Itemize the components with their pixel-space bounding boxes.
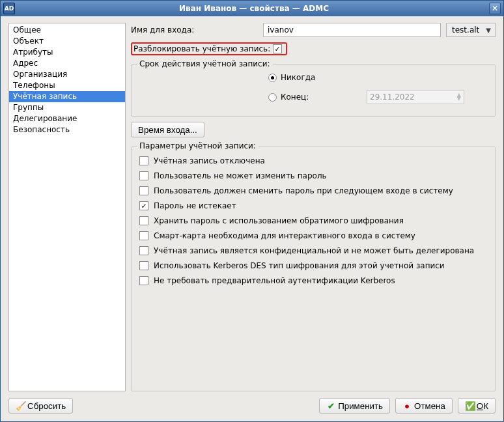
account-option-checkbox[interactable] (139, 246, 148, 255)
account-option-row: Использовать Kerberos DES тип шифрования… (139, 261, 487, 270)
account-option-checkbox[interactable] (139, 201, 148, 210)
domain-combo-value: test.alt (452, 25, 479, 35)
account-options-legend: Параметры учётной записи: (137, 141, 259, 150)
expiry-end-radio[interactable] (268, 93, 277, 102)
expiry-legend: Срок действия учётной записи: (137, 59, 273, 68)
login-label: Имя для входа: (131, 25, 258, 35)
broom-icon: 🧹 (16, 401, 25, 410)
ok-button[interactable]: ✅ OК (458, 398, 496, 414)
main-row: ОбщееОбъектАтрибутыАдресОрганизацияТелеф… (8, 23, 496, 391)
login-row: Имя для входа: test.alt ▼ (131, 23, 496, 37)
expiry-never-radio[interactable] (268, 74, 277, 82)
account-tab-content: Имя для входа: test.alt ▼ Разблокировать… (131, 23, 496, 391)
account-option-row: Пользователь не может изменить пароль (139, 171, 487, 180)
date-spinner-icon: ▲▼ (457, 93, 461, 101)
tab-атрибуты[interactable]: Атрибуты (9, 47, 125, 58)
logon-times-button-label: Время входа... (138, 125, 197, 135)
button-bar: 🧹 Сбросить ✔ Применить ● Отмена ✅ OК (8, 398, 496, 414)
apply-button[interactable]: ✔ Применить (319, 398, 390, 414)
tab-адрес[interactable]: Адрес (9, 58, 125, 69)
account-options-group: Параметры учётной записи: Учётная запись… (131, 147, 496, 391)
logon-times-row: Время входа... (131, 122, 496, 137)
logon-times-button[interactable]: Время входа... (131, 122, 204, 137)
check-icon: ✔ (326, 401, 335, 410)
expiry-group: Срок действия учётной записи: Никогда Ко… (131, 64, 496, 117)
account-option-checkbox[interactable] (139, 216, 148, 225)
account-option-label: Хранить пароль с использованием обратимо… (154, 216, 404, 225)
ok-button-label: OК (477, 401, 488, 411)
dialog-body: ОбщееОбъектАтрибутыАдресОрганизацияТелеф… (1, 16, 503, 421)
close-icon[interactable]: ✕ (489, 3, 501, 14)
tab-группы[interactable]: Группы (9, 102, 125, 113)
reset-button-label: Сбросить (27, 401, 66, 411)
account-option-row: Хранить пароль с использованием обратимо… (139, 216, 487, 225)
cancel-button-label: Отмена (414, 401, 445, 411)
account-option-row: Смарт-карта необходима для интерактивног… (139, 231, 487, 240)
chevron-down-icon: ▼ (486, 27, 491, 34)
account-option-checkbox[interactable] (139, 276, 148, 285)
account-option-label: Пароль не истекает (154, 201, 236, 210)
account-option-label: Пользователь не может изменить пароль (154, 171, 327, 180)
expiry-never-row: Никогда (268, 73, 488, 82)
account-option-row: Учётная запись является конфиденциальной… (139, 246, 487, 255)
tab-общее[interactable]: Общее (9, 25, 125, 36)
account-option-row: Не требовать предварительной аутентифика… (139, 276, 487, 285)
window-title: Иван Иванов — свойства — ADMC (19, 4, 489, 13)
expiry-end-row: Конец: 29.11.2022 ▲▼ (268, 90, 488, 104)
tab-объект[interactable]: Объект (9, 36, 125, 47)
unlock-account-highlight: Разблокировать учётную запись: (131, 42, 287, 55)
expiry-date-field: 29.11.2022 ▲▼ (367, 90, 464, 104)
account-option-row: Пароль не истекает (139, 201, 487, 210)
expiry-never-label: Никогда (281, 73, 326, 82)
account-option-row: Пользователь должен сменить пароль при с… (139, 186, 487, 195)
properties-window: AD Иван Иванов — свойства — ADMC ✕ Общее… (0, 0, 504, 422)
tab-list[interactable]: ОбщееОбъектАтрибутыАдресОрганизацияТелеф… (8, 23, 126, 391)
account-option-label: Использовать Kerberos DES тип шифрования… (154, 261, 445, 270)
login-input[interactable] (263, 23, 441, 37)
tab-телефоны[interactable]: Телефоны (9, 80, 125, 91)
account-option-checkbox[interactable] (139, 171, 148, 180)
apply-button-label: Применить (338, 401, 383, 411)
ok-icon: ✅ (465, 401, 474, 410)
titlebar: AD Иван Иванов — свойства — ADMC ✕ (1, 1, 503, 16)
unlock-checkbox[interactable] (273, 44, 282, 53)
app-icon: AD (3, 3, 15, 14)
account-option-row: Учётная запись отключена (139, 156, 487, 165)
tab-учётная запись[interactable]: Учётная запись (9, 91, 125, 102)
tab-безопасность[interactable]: Безопасность (9, 124, 125, 135)
account-option-checkbox[interactable] (139, 156, 148, 165)
unlock-row-wrap: Разблокировать учётную запись: (131, 42, 496, 55)
tab-организация[interactable]: Организация (9, 69, 125, 80)
cancel-button[interactable]: ● Отмена (395, 398, 453, 414)
expiry-end-label: Конец: (281, 92, 326, 102)
domain-combo[interactable]: test.alt ▼ (446, 23, 496, 37)
account-option-checkbox[interactable] (139, 186, 148, 195)
tab-делегирование[interactable]: Делегирование (9, 113, 125, 124)
account-options-list: Учётная запись отключенаПользователь не … (138, 154, 488, 288)
account-option-checkbox[interactable] (139, 231, 148, 240)
unlock-label: Разблокировать учётную запись: (133, 44, 270, 53)
account-option-label: Не требовать предварительной аутентифика… (154, 276, 395, 285)
reset-button[interactable]: 🧹 Сбросить (8, 398, 73, 414)
account-option-label: Смарт-карта необходима для интерактивног… (154, 231, 415, 240)
account-option-label: Учётная запись является конфиденциальной… (154, 246, 474, 255)
account-option-label: Учётная запись отключена (154, 156, 265, 165)
account-option-label: Пользователь должен сменить пароль при с… (154, 186, 453, 195)
account-option-checkbox[interactable] (139, 261, 148, 270)
stop-icon: ● (402, 401, 412, 410)
expiry-date-value: 29.11.2022 (370, 92, 415, 102)
